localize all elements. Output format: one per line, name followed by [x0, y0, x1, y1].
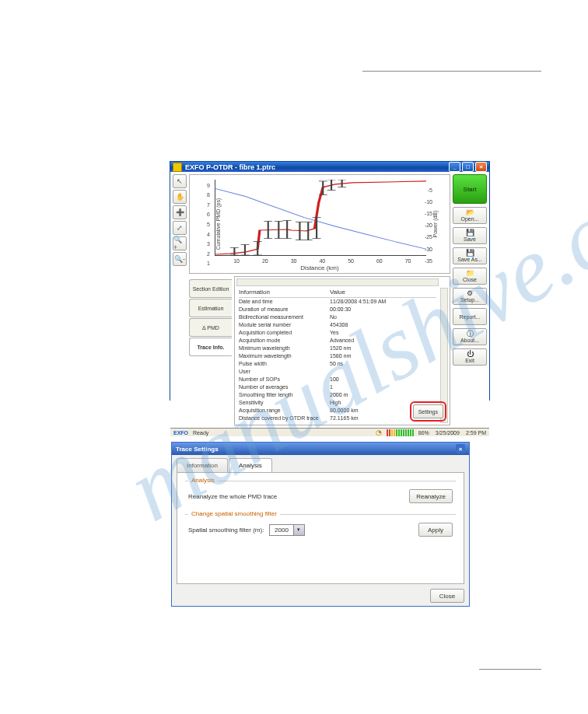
- info-key: Pulse width: [239, 360, 330, 368]
- xtick: 20: [262, 258, 268, 264]
- smoothing-filter-select[interactable]: 2000 ▾: [269, 524, 305, 536]
- info-key: Minimum wavelength: [239, 345, 330, 352]
- info-row: User: [239, 368, 436, 376]
- smoothing-field-label: Spatial smoothing filter (m):: [188, 527, 264, 534]
- chevron-down-icon: ▾: [293, 525, 304, 535]
- info-row: Maximum wavelength1580 nm: [239, 352, 436, 360]
- tab-delta-pmd[interactable]: Δ PMD: [189, 318, 232, 337]
- info-key: Duration of measure: [239, 306, 330, 313]
- setup-button[interactable]: ⚙Setup...: [453, 288, 487, 305]
- zoom-out-tool[interactable]: 🔍-: [173, 252, 187, 266]
- maximize-button[interactable]: □: [462, 162, 474, 172]
- xtick: 30: [291, 258, 297, 264]
- info-row: Number of averages1: [239, 383, 436, 391]
- led-bar: [387, 429, 414, 436]
- ytick-left: 7: [207, 201, 210, 207]
- pan-tool[interactable]: ✋: [173, 190, 187, 204]
- save-button[interactable]: 💾Save: [453, 227, 487, 244]
- info-row: Date and time11/28/2008 4:51:09 AM: [239, 298, 436, 306]
- info-key: Acquisition mode: [239, 337, 330, 345]
- open-button[interactable]: 📂Open...: [453, 207, 487, 224]
- exit-button[interactable]: ⏻Exit: [453, 348, 487, 366]
- app-window: EXFO P-OTDR - fibre 1.ptrc _ □ × ↖ ✋ ➕ ⤢…: [170, 161, 490, 401]
- col-header-value: Value: [330, 289, 436, 296]
- pointer-tool[interactable]: ↖: [173, 174, 187, 188]
- minimize-button[interactable]: _: [449, 162, 460, 172]
- dialog-close-ok-button[interactable]: Close: [430, 589, 464, 603]
- tab-section-edition[interactable]: Section Edition: [189, 279, 232, 298]
- ytick-left: 9: [207, 182, 210, 187]
- scrollbar-horizontal[interactable]: [236, 278, 439, 286]
- ytick-right: -35: [425, 257, 432, 263]
- status-percent: 86%: [418, 430, 429, 436]
- info-value: Yes: [330, 329, 436, 337]
- info-value: 1580 nm: [330, 352, 436, 360]
- fit-tool[interactable]: ⤢: [173, 221, 187, 235]
- analysis-group-label: Analysis: [188, 477, 218, 484]
- xtick: 40: [319, 258, 325, 264]
- info-key: Distance covered by OTDR trace: [239, 415, 330, 422]
- info-key: Smoothing filter length: [239, 391, 330, 399]
- info-key: Number of SOPs: [239, 376, 330, 383]
- ytick-left: 1: [207, 261, 210, 266]
- ytick-left: 4: [207, 231, 210, 236]
- statusbar: EXFO Ready ◔ 86% 3/25/2009 2:59 PM: [170, 428, 489, 436]
- trace-settings-dialog: Trace Settings × Information Analysis An…: [171, 442, 470, 607]
- ytick-right: -5: [428, 187, 432, 192]
- ytick-left: 5: [207, 222, 210, 227]
- error-bars: [230, 180, 346, 255]
- info-key: Acquisition completed: [239, 329, 330, 337]
- info-key: Date and time: [239, 298, 330, 306]
- info-row: Number of SOPs100: [239, 376, 436, 383]
- dialog-titlebar: Trace Settings ×: [172, 443, 469, 455]
- xtick: 10: [233, 258, 240, 264]
- col-header-information: Information: [239, 289, 330, 296]
- start-button[interactable]: Start: [453, 174, 487, 204]
- pmd-trace: [215, 181, 426, 254]
- info-value: No: [330, 313, 436, 321]
- info-key: Acquisition range: [239, 407, 330, 415]
- tab-analysis[interactable]: Analysis: [229, 458, 272, 472]
- status-date: 3/25/2009: [436, 430, 460, 436]
- ytick-left: 3: [207, 241, 210, 247]
- info-value: 11/28/2008 4:51:09 AM: [330, 298, 436, 306]
- zoom-in-tool[interactable]: 🔍+: [173, 236, 187, 250]
- vertical-toolbar: ↖ ✋ ➕ ⤢ 🔍+ 🔍-: [173, 174, 187, 425]
- crosshair-tool[interactable]: ➕: [173, 205, 187, 219]
- info-row: Acquisition completedYes: [239, 329, 436, 337]
- info-value: 2000 m: [330, 391, 436, 399]
- chart-area[interactable]: Cumulative PMD (ps) Power (dB) Distance …: [189, 174, 450, 274]
- smoothing-filter-value: 2000: [270, 527, 293, 534]
- reanalyze-text: Reanalyze the whole PMD trace: [188, 493, 277, 500]
- tab-estimation[interactable]: Estimation: [189, 299, 232, 317]
- ytick-left: 2: [207, 250, 210, 256]
- ytick-left: 8: [207, 192, 210, 198]
- apply-button[interactable]: Apply: [418, 523, 453, 537]
- info-value: 100: [330, 376, 436, 383]
- info-row: Module serial number454308: [239, 321, 436, 329]
- gear-icon: ⚙: [467, 290, 473, 297]
- info-value: 50 ns: [330, 360, 436, 368]
- tab-trace-info[interactable]: Trace Info.: [189, 338, 232, 356]
- smoothing-group-label: Change spatial smoothing filter: [188, 510, 280, 517]
- save-icon: 💾: [466, 229, 474, 236]
- window-title: EXFO P-OTDR - fibre 1.ptrc: [185, 163, 449, 171]
- x-axis-label: Distance (km): [300, 264, 338, 271]
- settings-button[interactable]: Settings: [413, 404, 443, 418]
- tab-information[interactable]: Information: [177, 458, 228, 472]
- about-button[interactable]: ⓘAbout...: [453, 328, 487, 345]
- reanalyze-button[interactable]: Reanalyze: [409, 489, 453, 503]
- info-row: Bidirectional measurementNo: [239, 313, 436, 321]
- power-icon: ⏻: [467, 351, 474, 358]
- status-time: 2:59 PM: [466, 430, 486, 436]
- report-button[interactable]: Report...: [453, 308, 487, 325]
- dialog-close-button[interactable]: ×: [456, 444, 465, 453]
- app-icon: [173, 163, 182, 172]
- save-as-button[interactable]: 💾Save As...: [453, 247, 487, 264]
- info-key: User: [239, 368, 330, 376]
- close-file-button[interactable]: 📁Close: [453, 268, 487, 285]
- folder-icon: 📁: [466, 270, 474, 277]
- close-button[interactable]: ×: [475, 162, 487, 172]
- info-value: 1520 nm: [330, 345, 436, 352]
- info-row: Minimum wavelength1520 nm: [239, 345, 436, 352]
